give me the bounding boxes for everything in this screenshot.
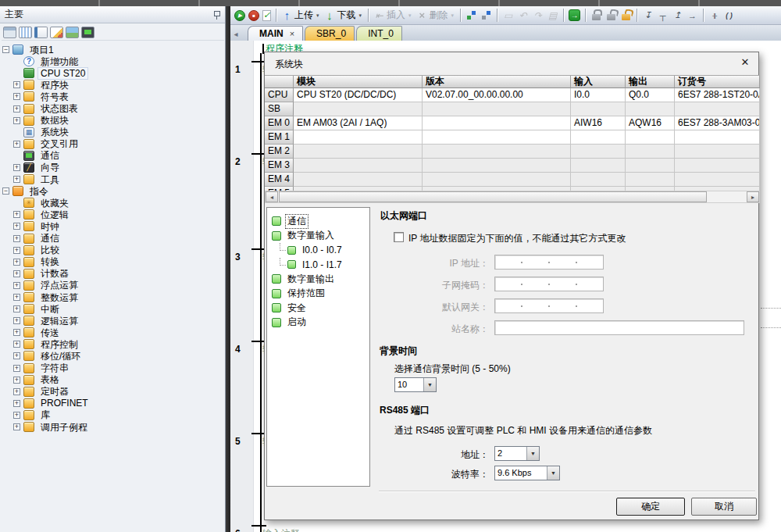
plus-expander-icon[interactable]: + <box>13 141 20 148</box>
settings-nav-item[interactable]: 通信 <box>267 214 369 229</box>
plus-expander-icon[interactable]: + <box>13 117 20 124</box>
slot-cell[interactable]: EM 2 <box>265 145 294 159</box>
tree-item[interactable]: +状态图表 <box>0 102 225 114</box>
plus-expander-icon[interactable]: + <box>13 341 20 348</box>
tree-item[interactable]: +调用子例程 <box>0 421 225 433</box>
tree-item[interactable]: +整数运算 <box>0 291 225 303</box>
unlock-button[interactable] <box>604 9 619 22</box>
output-cell[interactable] <box>626 102 675 116</box>
tab-scroll-left-icon[interactable]: ◂ <box>230 30 241 41</box>
run-button[interactable] <box>233 9 247 22</box>
image-icon[interactable] <box>66 27 79 38</box>
ip-fixed-checkbox[interactable] <box>394 232 404 242</box>
version-cell[interactable] <box>423 102 571 116</box>
pin-icon[interactable] <box>212 10 220 20</box>
tab-sbr_0[interactable]: SBR_0 <box>305 26 355 41</box>
chevron-down-icon[interactable]: ▾ <box>359 12 362 19</box>
cancel-button[interactable]: 取消 <box>691 498 757 516</box>
plus-expander-icon[interactable]: + <box>13 388 20 395</box>
plus-expander-icon[interactable]: + <box>13 223 20 230</box>
version-cell[interactable] <box>423 145 571 159</box>
slot-cell[interactable]: EM 1 <box>265 130 294 145</box>
stop-button[interactable] <box>247 9 261 22</box>
tree-item[interactable]: −指令 <box>0 185 225 197</box>
output-cell[interactable] <box>626 145 675 159</box>
plus-expander-icon[interactable]: + <box>13 365 20 372</box>
window-icon[interactable] <box>3 27 16 38</box>
network-number[interactable]: 6 <box>235 528 249 532</box>
table-hscrollbar[interactable]: ◂ ▸ <box>265 191 760 203</box>
settings-nav-item[interactable]: I0.0 - I0.7 <box>267 243 369 258</box>
settings-nav-item[interactable]: 启动 <box>267 316 369 330</box>
input-cell[interactable]: I0.0 <box>571 88 626 102</box>
input-cell[interactable] <box>571 145 626 159</box>
order-cell[interactable] <box>675 173 760 187</box>
plus-expander-icon[interactable]: + <box>13 377 20 384</box>
tree-item[interactable]: +库 <box>0 409 225 421</box>
tree-item[interactable]: +传送 <box>0 327 225 338</box>
network-number[interactable]: 4 <box>235 344 249 355</box>
tree-item[interactable]: +时钟 <box>0 220 225 232</box>
tree-item[interactable]: −项目1 <box>0 44 225 55</box>
plus-expander-icon[interactable]: + <box>13 305 20 312</box>
address-select[interactable]: 2 ▼ <box>494 446 540 461</box>
network-number[interactable]: 5 <box>235 436 249 447</box>
version-cell[interactable] <box>423 159 571 173</box>
module-slot-row[interactable]: EM 0EM AM03 (2AI / 1AQ)AIW16AQW166ES7 28… <box>265 116 760 130</box>
tree-item[interactable]: +比较 <box>0 245 225 256</box>
plus-expander-icon[interactable]: + <box>13 317 20 324</box>
output-cell[interactable]: AQW16 <box>626 116 675 130</box>
settings-nav-item[interactable]: 安全 <box>267 301 369 316</box>
module-cell[interactable] <box>294 130 423 145</box>
branch-down-button[interactable] <box>640 9 655 22</box>
address-compare-button[interactable] <box>479 9 494 22</box>
version-cell[interactable]: V02.07.00_00.00.00.00 <box>423 88 571 102</box>
plus-expander-icon[interactable]: + <box>13 400 20 407</box>
output-cell[interactable] <box>626 130 675 145</box>
book-icon[interactable] <box>34 27 48 38</box>
tree-item[interactable]: +交叉引用 <box>0 138 225 150</box>
module-slot-row[interactable]: EM 3 <box>265 159 760 173</box>
module-cell[interactable] <box>294 102 423 116</box>
chevron-down-icon[interactable]: ▾ <box>316 12 319 19</box>
network-number[interactable]: 2 <box>235 156 249 167</box>
plus-expander-icon[interactable]: + <box>13 282 20 289</box>
tree-item[interactable]: +中断 <box>0 303 225 315</box>
goto-button[interactable] <box>567 9 582 22</box>
input-cell[interactable] <box>571 173 626 187</box>
plus-expander-icon[interactable]: + <box>13 211 20 218</box>
input-cell[interactable] <box>571 159 626 173</box>
chevron-down-icon[interactable]: ▼ <box>547 466 559 480</box>
baud-rate-select[interactable]: 9.6 Kbps ▼ <box>494 466 560 480</box>
monitor-icon[interactable] <box>81 27 95 38</box>
slot-cell[interactable]: CPU <box>265 88 294 102</box>
tree-item[interactable]: +通信 <box>0 233 225 245</box>
plus-expander-icon[interactable]: + <box>13 294 20 301</box>
scroll-left-icon[interactable]: ◂ <box>266 191 278 202</box>
settings-nav-item[interactable]: 数字量输出 <box>267 272 369 287</box>
plus-expander-icon[interactable]: + <box>13 93 20 100</box>
tab-main[interactable]: MAIN× <box>248 26 303 41</box>
order-cell[interactable]: 6ES7 288-3AM03-0AA0 <box>675 116 760 130</box>
tree-item[interactable]: +定时器 <box>0 386 225 398</box>
download-button[interactable]: 下载▾ <box>323 8 366 23</box>
contact-button[interactable] <box>707 9 722 22</box>
page-icon[interactable] <box>50 27 63 38</box>
input-cell[interactable] <box>571 102 626 116</box>
module-cell[interactable]: EM AM03 (2AI / 1AQ) <box>294 116 423 130</box>
module-slot-row[interactable]: CPUCPU ST20 (DC/DC/DC)V02.07.00_00.00.00… <box>265 88 760 102</box>
tree-item[interactable]: +工具 <box>0 173 225 185</box>
settings-nav-item[interactable]: 数字量输入 <box>267 229 369 244</box>
tree-item[interactable]: +计数器 <box>0 268 225 280</box>
tree-item[interactable]: CPU ST20 <box>0 67 225 79</box>
branch-t-button[interactable] <box>655 9 670 22</box>
tree-item[interactable]: +转换 <box>0 256 225 268</box>
minus-expander-icon[interactable]: − <box>2 187 9 195</box>
order-cell[interactable] <box>675 102 760 116</box>
address-open-button[interactable] <box>464 9 479 22</box>
tree-item[interactable]: +向导 <box>0 162 225 173</box>
version-cell[interactable] <box>423 130 571 145</box>
input-cell[interactable]: AIW16 <box>571 116 626 130</box>
order-cell[interactable]: 6ES7 288-1ST20-0AA1 <box>675 88 760 102</box>
plus-expander-icon[interactable]: + <box>13 329 20 336</box>
